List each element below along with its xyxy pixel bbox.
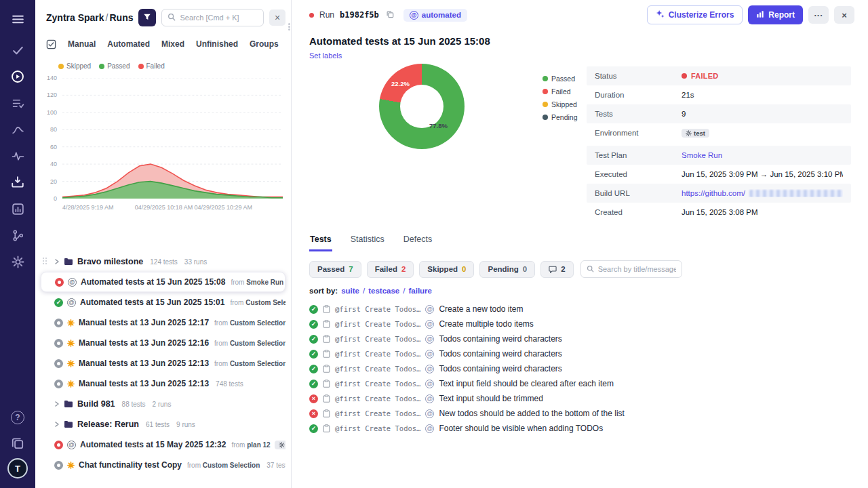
legend-item: Pending (542, 113, 578, 121)
run-type-tab-mixed[interactable]: Mixed (161, 38, 184, 50)
detail-row: Duration21s (587, 85, 851, 104)
more-actions-button[interactable]: ··· (808, 6, 829, 24)
run-status-icon (54, 339, 63, 348)
run-type-tab-automated[interactable]: Automated (107, 38, 150, 50)
test-plans-icon[interactable] (7, 92, 28, 114)
runs-search (161, 9, 264, 26)
trend-icon[interactable] (7, 119, 28, 140)
run-row[interactable]: Manual tests at 13 Jun 2025 12:17from Cu… (41, 312, 285, 333)
run-group-row[interactable]: Bravo milestone124 tests33 runs (41, 251, 285, 272)
manual-run-icon (67, 360, 75, 367)
run-title: Automated tests at 15 Jun 2025 15:08 (292, 30, 868, 47)
at-icon: @ (425, 305, 434, 314)
at-icon: @ (425, 409, 434, 418)
activity-pulse-icon[interactable] (7, 145, 28, 167)
comments-filter-chip[interactable]: 2 (540, 261, 573, 278)
projects-icon[interactable] (7, 432, 28, 454)
runs-panel-header: Zyntra Spark/Runs × (35, 0, 291, 33)
reports-chart-icon[interactable] (7, 198, 28, 220)
test-status-icon: ✓ (309, 365, 318, 373)
run-type-tab-unfinished[interactable]: Unfinished (196, 38, 238, 50)
settings-gear-icon[interactable] (7, 251, 28, 272)
run-type-tab-groups[interactable]: Groups (250, 38, 279, 50)
gear-icon (279, 442, 285, 448)
runs-play-icon[interactable] (7, 66, 28, 87)
chart-y-axis: 020406080100120140 (39, 78, 58, 199)
run-row[interactable]: Chat functinality test Copyfrom Custom S… (41, 455, 285, 475)
tests-check-icon[interactable] (7, 39, 28, 61)
run-type-tab-manual[interactable]: Manual (68, 38, 96, 50)
filter-chip-failed[interactable]: Failed2 (367, 261, 414, 278)
run-status-icon (54, 461, 63, 470)
close-run-button[interactable]: × (834, 6, 854, 24)
manual-run-icon (67, 319, 75, 327)
manual-run-icon (67, 462, 75, 469)
test-row[interactable]: ✓@first Create Todos…@Todos containing w… (309, 331, 850, 346)
runs-panel: Zyntra Spark/Runs × ManualAutomatedMixed… (35, 0, 292, 488)
menu-icon[interactable] (7, 8, 28, 30)
test-row[interactable]: ✓@first Create Todos…@Todos containing w… (309, 346, 850, 361)
breadcrumb: Zyntra Spark/Runs (46, 12, 133, 23)
tab-tests[interactable]: Tests (309, 233, 332, 251)
filter-button[interactable] (138, 9, 156, 26)
manual-run-icon (67, 380, 75, 388)
detail-row: Environmenttest (587, 123, 851, 142)
clipboard-icon (323, 350, 330, 358)
test-status-icon: × (309, 409, 318, 418)
run-row[interactable]: @Automated tests at 15 May 2025 12:32fro… (41, 434, 285, 455)
report-button[interactable]: Report (748, 5, 803, 24)
test-status-icon: ✓ (309, 380, 318, 388)
clipboard-icon (323, 380, 330, 388)
import-runs-icon[interactable] (7, 171, 28, 193)
build-url-link[interactable]: https://github.com/ (682, 189, 745, 197)
branch-icon[interactable] (7, 224, 28, 246)
test-plan-link[interactable]: Smoke Run (682, 151, 722, 159)
panel-close-button[interactable]: × (269, 9, 285, 26)
test-row[interactable]: ✓@first Create Todos…@Create a new todo … (309, 302, 850, 317)
drag-handle-icon[interactable] (43, 258, 47, 265)
test-row[interactable]: ✓@first Create Todos…@Footer should be v… (309, 421, 850, 436)
sort-by-failure[interactable]: failure (408, 287, 432, 295)
run-row[interactable]: Manual tests at 13 Jun 2025 12:16from Cu… (41, 333, 285, 353)
run-row[interactable]: Manual tests at 13 Jun 2025 12:13748 tes… (41, 373, 285, 394)
run-group-row[interactable]: Release: Rerun61 tests9 runs (41, 414, 285, 434)
tab-defects[interactable]: Defects (403, 233, 433, 251)
clusterize-errors-button[interactable]: Clusterize Errors (647, 5, 743, 24)
run-overview: 22.2% 77.8% PassedFailedSkippedPending S… (292, 61, 868, 224)
test-row[interactable]: ✓@first Create Todos…@Todos containing w… (309, 361, 850, 376)
test-row[interactable]: ×@first Create Todos…@New todos should b… (309, 406, 850, 421)
sort-by-testcase[interactable]: testcase (368, 287, 399, 295)
test-row[interactable]: ×@first Create Todos…@Text input should … (309, 391, 850, 406)
run-group-row[interactable]: Build 98188 tests2 runs (41, 394, 285, 414)
bar-chart-icon (756, 10, 764, 20)
runs-chart-legend: SkippedPassedFailed (35, 53, 291, 70)
run-row[interactable]: Manual tests at 13 Jun 2025 12:13from Cu… (41, 353, 285, 373)
test-search-input[interactable] (598, 265, 676, 273)
clipboard-icon (323, 424, 330, 432)
runs-history-chart: 020406080100120140 4/28/2025 9:19 AM04/2… (39, 74, 287, 215)
runs-search-input[interactable] (180, 14, 258, 22)
panel-resize-handle[interactable] (288, 23, 290, 31)
test-status-icon: ✓ (309, 320, 318, 329)
run-row[interactable]: @Automated tests at 15 Jun 2025 15:08fro… (41, 272, 285, 292)
test-status-icon: ✓ (309, 335, 318, 344)
help-icon[interactable]: ? (7, 407, 28, 428)
chevron-right-icon (54, 422, 60, 427)
donut-legend: PassedFailedSkippedPending (542, 75, 578, 121)
copy-run-id-button[interactable] (384, 9, 395, 22)
test-row[interactable]: ✓@first Create Todos…@Create multiple to… (309, 317, 850, 331)
filter-chip-passed[interactable]: Passed7 (309, 261, 361, 278)
user-avatar[interactable]: T (7, 458, 28, 479)
filter-chip-skipped[interactable]: Skipped0 (419, 261, 474, 278)
at-icon: @ (425, 424, 434, 433)
run-type-tabs: ManualAutomatedMixedUnfinishedGroups (35, 33, 291, 53)
at-icon: @ (425, 335, 434, 344)
run-row[interactable]: @Automated tests at 15 Jun 2025 15:01fro… (41, 292, 285, 312)
tab-statistics[interactable]: Statistics (350, 233, 385, 251)
sort-by-suite[interactable]: suite (341, 287, 359, 295)
filter-chip-pending[interactable]: Pending0 (479, 261, 535, 278)
run-label: Run (319, 10, 334, 20)
test-row[interactable]: ✓@first Create Todos…@Text input field s… (309, 376, 850, 391)
set-labels-link[interactable]: Set labels (309, 52, 342, 60)
legend-item: Failed (542, 87, 578, 96)
